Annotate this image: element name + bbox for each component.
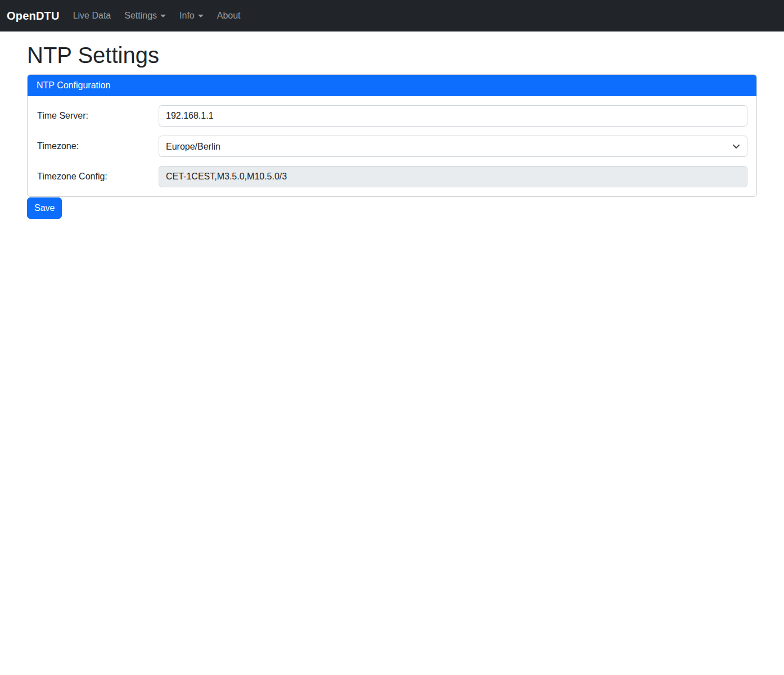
nav-item-live-data[interactable]: Live Data: [69, 6, 116, 25]
nav-item-info-label: Info: [179, 11, 195, 21]
timezone-config-input: [159, 166, 747, 187]
nav-item-settings[interactable]: Settings: [120, 6, 170, 25]
time-server-field-wrap: [159, 105, 747, 127]
timezone-field-wrap: Europe/Berlin: [159, 136, 747, 157]
card-header: NTP Configuration: [28, 75, 756, 96]
timezone-label: Timezone:: [37, 141, 159, 151]
ntp-configuration-card: NTP Configuration Time Server: Timezone:…: [27, 74, 757, 197]
nav-item-settings-label: Settings: [124, 11, 157, 21]
nav-item-about[interactable]: About: [213, 6, 245, 25]
time-server-input[interactable]: [159, 105, 747, 127]
form-row-time-server: Time Server:: [37, 105, 747, 127]
caret-down-icon: [198, 15, 204, 17]
form-row-timezone-config: Timezone Config:: [37, 166, 747, 187]
nav-item-info[interactable]: Info: [175, 6, 208, 25]
main-content: NTP Settings NTP Configuration Time Serv…: [27, 42, 757, 219]
form-row-timezone: Timezone: Europe/Berlin: [37, 136, 747, 157]
navbar-nav: Live Data Settings Info About: [69, 6, 250, 25]
card-body: Time Server: Timezone: Europe/Berlin: [28, 96, 756, 196]
brand-opendtu[interactable]: OpenDTU: [7, 10, 60, 22]
caret-down-icon: [160, 15, 166, 17]
save-button[interactable]: Save: [27, 197, 62, 219]
timezone-config-label: Timezone Config:: [37, 172, 159, 182]
page-title: NTP Settings: [27, 42, 757, 69]
timezone-select[interactable]: Europe/Berlin: [159, 136, 747, 157]
time-server-label: Time Server:: [37, 111, 159, 121]
timezone-config-field-wrap: [159, 166, 747, 187]
top-navbar: OpenDTU Live Data Settings Info About: [0, 0, 784, 32]
